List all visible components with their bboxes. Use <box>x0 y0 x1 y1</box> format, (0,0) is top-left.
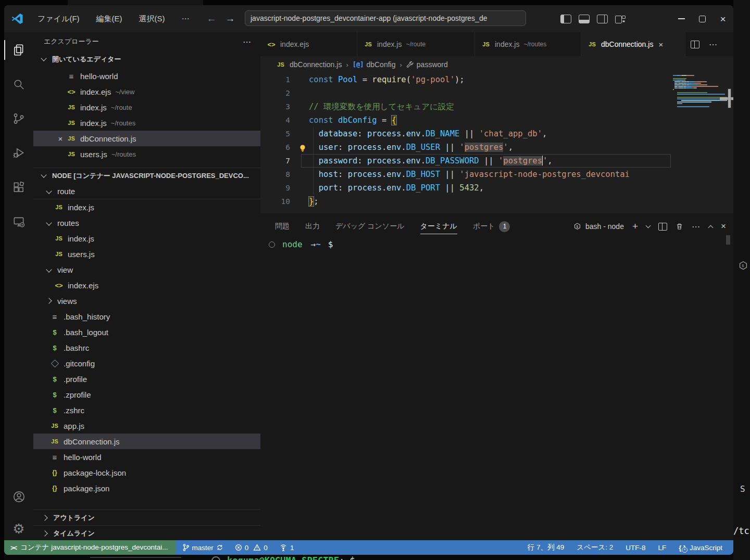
split-editor-icon[interactable] <box>691 41 699 48</box>
breadcrumb-password[interactable]: password <box>406 60 448 69</box>
close-panel-icon[interactable]: × <box>721 221 726 232</box>
code-editor[interactable]: 1const Pool = require('pg-pool');23// 環境… <box>260 73 673 213</box>
tree-item-.bashrc[interactable]: $.bashrc <box>33 340 260 355</box>
minimize-button[interactable] <box>671 5 692 32</box>
close-button[interactable]: × <box>712 5 733 32</box>
menu-item-edit[interactable]: 編集(E) <box>90 12 129 26</box>
tree-item-.profile[interactable]: $.profile <box>33 371 260 387</box>
js-file-icon: JS <box>54 251 64 257</box>
remote-indicator[interactable]: >< コンテナ javascript-node-postgres_devcont… <box>4 540 176 555</box>
nav-forward-button[interactable]: → <box>223 11 238 26</box>
extensions-icon <box>12 181 26 194</box>
problems-item[interactable]: 0 0 <box>231 544 271 552</box>
tree-item-routes[interactable]: routes <box>33 215 260 231</box>
minimap[interactable] <box>673 75 727 137</box>
terminal-dropdown-icon[interactable] <box>646 223 651 228</box>
tree-item-.zshrc[interactable]: $.zshrc <box>33 402 260 418</box>
panel-tab-terminal[interactable]: ターミナル <box>420 218 457 235</box>
activity-settings[interactable]: ⚙ <box>4 515 33 542</box>
activity-extensions[interactable] <box>4 174 33 201</box>
line-col-item[interactable]: 行 7、列 49 <box>524 543 568 552</box>
tree-item-dbConnection.js[interactable]: JSdbConnection.js <box>33 434 260 449</box>
indentation-item[interactable]: スペース: 2 <box>573 543 617 552</box>
tree-item-index.js[interactable]: JSindex.js <box>33 199 260 215</box>
encoding-item[interactable]: UTF-8 <box>622 544 649 552</box>
activity-explorer[interactable] <box>4 36 33 63</box>
sidebar-more-icon[interactable]: ⋯ <box>243 37 252 47</box>
editor-more-icon[interactable]: ⋯ <box>709 40 718 49</box>
tree-item-.bash_logout[interactable]: $.bash_logout <box>33 324 260 340</box>
open-editor-users.js[interactable]: JSusers.js~/routes <box>33 146 260 162</box>
terminal-select[interactable]: $ bash - node <box>573 222 624 231</box>
toggle-sidebar-icon[interactable] <box>560 15 571 23</box>
tab-index.js[interactable]: JSindex.js~/route <box>357 32 475 56</box>
tree-item-hello-world[interactable]: ≡hello-world <box>33 449 260 465</box>
minimap-line <box>673 103 727 104</box>
activity-search[interactable] <box>4 71 33 98</box>
tab-dbConnection.js[interactable]: JSdbConnection.js× <box>581 32 685 56</box>
tree-item-index.ejs[interactable]: <>index.ejs <box>33 277 260 293</box>
tree-item-views[interactable]: views <box>33 293 260 309</box>
tree-item-route[interactable]: route <box>33 183 260 199</box>
panel-tab-label: 問題 <box>275 222 290 231</box>
open-editor-index.js[interactable]: JSindex.js~/route <box>33 99 260 115</box>
section-label: アウトライン <box>53 513 95 523</box>
breadcrumb-dbConfig[interactable]: [@]dbConfig <box>353 60 396 69</box>
tab-index.ejs[interactable]: <>index.ejs <box>260 32 357 56</box>
panel-tab-output[interactable]: 出力 <box>305 218 320 235</box>
section-timeline[interactable]: タイムライン <box>33 525 260 540</box>
git-file-icon <box>50 361 59 366</box>
tree-item-package.json[interactable]: {}package.json <box>33 480 260 496</box>
close-tab-icon[interactable]: × <box>658 40 663 49</box>
section-outline[interactable]: アウトライン <box>33 510 260 526</box>
tree-item-label: view <box>57 265 73 274</box>
nav-back-button[interactable]: ← <box>204 11 219 26</box>
panel-tab-debug-console[interactable]: デバッグ コンソール <box>335 218 405 235</box>
tree-item-app.js[interactable]: JSapp.js <box>33 418 260 434</box>
split-terminal-icon[interactable] <box>658 223 667 231</box>
activity-source-control[interactable] <box>4 105 33 132</box>
tree-item-users.js[interactable]: JSusers.js <box>33 246 260 262</box>
minimap-line <box>673 92 727 93</box>
language-item[interactable]: { }× JavaScript <box>675 544 726 552</box>
open-editor-index.ejs[interactable]: <>index.ejs~/view <box>33 84 260 99</box>
open-editors-header[interactable]: 開いているエディター <box>33 52 260 67</box>
panel-more-icon[interactable]: ⋯ <box>692 222 701 232</box>
workspace-section-header[interactable]: NODE [コンテナー JAVASCRIPT-NODE-POSTGRES_DEV… <box>33 168 260 184</box>
git-branch-item[interactable]: master <box>179 543 227 552</box>
activity-run-debug[interactable] <box>4 139 33 167</box>
tree-item-package-lock.json[interactable]: {}package-lock.json <box>33 465 260 480</box>
tree-item-.bash_history[interactable]: ≡.bash_history <box>33 309 260 324</box>
toggle-panel-icon[interactable] <box>579 15 590 23</box>
open-editor-hello-world[interactable]: ≡hello-world <box>33 68 260 84</box>
tree-item-view[interactable]: view <box>33 262 260 277</box>
tree-item-.gitconfig[interactable]: .gitconfig <box>33 355 260 371</box>
toggle-secondary-sidebar-icon[interactable] <box>597 15 608 23</box>
activity-accounts[interactable] <box>4 483 33 510</box>
terminal-prompt[interactable]: node → ~ $ <box>269 239 333 249</box>
open-editor-index.js[interactable]: JSindex.js~/routes <box>33 115 260 131</box>
new-terminal-icon[interactable]: + <box>632 221 638 232</box>
ports-item[interactable]: 1 <box>276 544 298 552</box>
activity-remote-explorer[interactable] <box>4 208 33 235</box>
breadcrumb-dbConnection.js[interactable]: JSdbConnection.js <box>276 60 342 69</box>
menu-item-file[interactable]: ファイル(F) <box>31 12 86 26</box>
close-editor-icon[interactable]: × <box>54 134 67 143</box>
lightbulb-icon[interactable] <box>299 143 306 151</box>
breadcrumb-label: password <box>417 60 448 69</box>
eol-item[interactable]: LF <box>654 544 670 552</box>
customize-layout-icon[interactable] <box>615 15 627 23</box>
menu-item-more[interactable]: ⋯ <box>176 12 196 26</box>
command-center-search[interactable]: javascript-node-postgres_devcontainer-ap… <box>245 10 526 26</box>
maximize-button[interactable] <box>692 5 712 32</box>
tree-item-index.js[interactable]: JSindex.js <box>33 231 260 246</box>
open-editor-dbConnection.js[interactable]: ×JSdbConnection.js <box>33 131 260 146</box>
tab-index.js[interactable]: JSindex.js~/routes <box>475 32 581 56</box>
tree-item-.zprofile[interactable]: $.zprofile <box>33 387 260 402</box>
terminal-scrollbar[interactable] <box>726 235 730 245</box>
kill-terminal-icon[interactable] <box>676 222 683 231</box>
menu-item-selection[interactable]: 選択(S) <box>133 12 171 26</box>
panel-tab-ports[interactable]: ポート1 <box>473 218 510 235</box>
maximize-panel-icon[interactable] <box>708 225 714 230</box>
panel-tab-problems[interactable]: 問題 <box>275 218 290 235</box>
